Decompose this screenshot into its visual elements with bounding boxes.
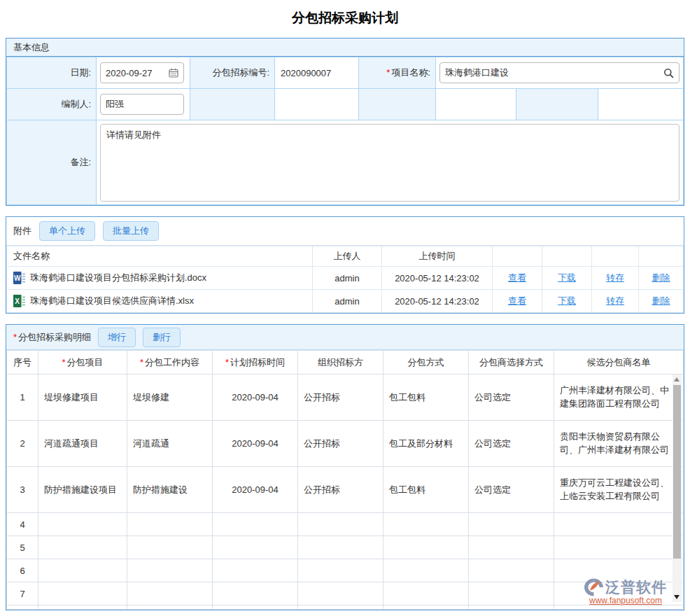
download-link[interactable]: 下载 [542, 272, 591, 284]
project-header: *分包项目 [38, 351, 127, 374]
plan-time-cell[interactable] [213, 559, 298, 582]
work-content-cell[interactable] [127, 582, 213, 606]
organizer-cell[interactable]: 公开招标 [298, 467, 383, 513]
candidates-cell[interactable]: 重庆万可云工程建设公司、上临云安装工程有限公司 [554, 467, 684, 513]
plan-time-cell[interactable]: 2020-09-04 [213, 467, 298, 513]
transfer-link[interactable]: 转存 [592, 272, 638, 284]
author-input-field[interactable] [106, 99, 178, 110]
delete-link[interactable]: 删除 [639, 272, 683, 284]
method-cell[interactable]: 包工及部分材料 [383, 421, 469, 467]
method-cell[interactable] [383, 536, 469, 559]
batch-upload-button[interactable]: 批量上传 [103, 221, 159, 241]
delete-row-button[interactable]: 删行 [143, 328, 181, 347]
detail-header: *分包招标采购明细 增行 删行 [6, 325, 684, 350]
seq-cell: 5 [7, 536, 38, 559]
plan-time-header: *计划招标时间 [213, 351, 298, 374]
single-upload-button[interactable]: 单个上传 [39, 221, 95, 241]
plan-time-cell[interactable]: 2020-09-04 [213, 374, 298, 421]
work-content-cell[interactable] [127, 513, 213, 536]
fanpu-logo-icon [584, 578, 603, 596]
brand-name: 泛普软件 [605, 578, 667, 597]
view-link[interactable]: 查看 [493, 295, 542, 307]
remark-label: 备注: [7, 120, 97, 205]
candidates-cell[interactable] [554, 536, 684, 559]
select-method-cell[interactable] [469, 559, 554, 582]
candidates-cell[interactable]: 贵阳丰沃物资贸易有限公司、广州丰泽建材有限公司 [554, 421, 684, 467]
work-content-cell[interactable]: 堤坝修建 [127, 374, 213, 421]
panel-attachments: 附件 单个上传 批量上传 文件名称 上传人 上传时间 [6, 216, 684, 314]
work-content-header: *分包工作内容 [127, 351, 213, 374]
required-asterisk: * [386, 67, 390, 78]
project-cell[interactable]: 河道疏通项目 [38, 421, 127, 467]
transfer-link[interactable]: 转存 [592, 295, 638, 307]
brand-url[interactable]: www.fanpusoft.com [589, 596, 662, 606]
organizer-cell[interactable]: 公开招标 [298, 421, 383, 467]
action-header [542, 246, 592, 267]
date-input[interactable] [100, 62, 184, 83]
scroll-up-arrow-icon[interactable] [674, 377, 680, 382]
upload-time-header: 上传时间 [382, 246, 493, 267]
method-cell[interactable] [383, 559, 469, 582]
method-header: 分包方式 [383, 351, 469, 374]
project-name-input[interactable] [439, 62, 680, 83]
file-name: 珠海鹤港口建设项目候选供应商详情.xlsx [30, 295, 194, 307]
author-input[interactable] [100, 94, 184, 115]
method-cell[interactable] [383, 582, 469, 606]
organizer-cell[interactable] [298, 582, 383, 606]
calendar-icon[interactable] [169, 68, 178, 78]
project-cell[interactable]: 防护措施建设项目 [38, 467, 127, 513]
method-cell[interactable] [383, 513, 469, 536]
candidates-cell[interactable] [554, 513, 684, 536]
add-row-button[interactable]: 增行 [98, 328, 136, 347]
project-cell[interactable]: 堤坝修建项目 [38, 374, 127, 421]
work-content-cell[interactable] [127, 559, 213, 582]
select-method-cell[interactable]: 公司选定 [469, 467, 554, 513]
plan-time-cell[interactable]: 2020-09-04 [213, 421, 298, 467]
detail-row: 4 [7, 513, 684, 536]
download-link[interactable]: 下载 [542, 295, 591, 307]
uploader: admin [313, 290, 382, 313]
method-cell[interactable]: 包工包料 [383, 374, 469, 421]
search-icon[interactable] [663, 68, 674, 78]
work-content-cell[interactable]: 防护措施建设 [127, 467, 213, 513]
select-method-cell[interactable] [469, 582, 554, 606]
project-cell[interactable] [38, 582, 127, 606]
select-method-cell[interactable]: 公司选定 [469, 374, 554, 421]
plan-time-cell[interactable] [213, 536, 298, 559]
action-header [639, 246, 684, 267]
remark-textarea[interactable]: 详情请见附件 [100, 124, 680, 202]
date-input-field[interactable] [106, 68, 169, 78]
project-cell[interactable] [38, 513, 127, 536]
organizer-cell[interactable] [298, 536, 383, 559]
method-cell[interactable]: 包工包料 [383, 467, 469, 513]
detail-table: 序号 *分包项目 *分包工作内容 *计划招标时间 组织招标方 分包方式 分包商选… [6, 350, 684, 610]
panel-detail: *分包招标采购明细 增行 删行 序号 *分包项目 *分包工作内容 *计划招标时间… [6, 324, 684, 610]
bid-no-label: 分包招标编号: [190, 57, 275, 89]
project-name-input-field[interactable] [445, 68, 663, 78]
view-link[interactable]: 查看 [493, 272, 542, 284]
plan-time-cell[interactable] [213, 582, 298, 606]
seq-cell: 2 [7, 421, 38, 467]
organizer-cell[interactable] [298, 513, 383, 536]
scroll-down-arrow-icon[interactable] [674, 595, 680, 599]
select-method-cell[interactable]: 公司选定 [469, 421, 554, 467]
upload-time: 2020-05-12 14:23:02 [382, 290, 493, 313]
candidates-cell[interactable]: 广州丰泽建材有限公司、中建集团路面工程有限公司 [554, 374, 684, 421]
date-cell [97, 57, 190, 89]
work-content-cell[interactable] [127, 536, 213, 559]
delete-link[interactable]: 删除 [639, 295, 683, 307]
empty-value-cell [275, 89, 359, 120]
work-content-cell[interactable]: 河道疏通 [127, 421, 213, 467]
author-cell [97, 89, 190, 120]
vertical-scrollbar[interactable] [673, 374, 682, 602]
project-cell[interactable] [38, 536, 127, 559]
select-method-cell[interactable] [469, 536, 554, 559]
organizer-cell[interactable]: 公开招标 [298, 374, 383, 421]
select-method-cell[interactable] [469, 513, 554, 536]
organizer-cell[interactable] [298, 559, 383, 582]
scrollbar-thumb[interactable] [673, 385, 681, 559]
project-cell[interactable] [38, 559, 127, 582]
date-label: 日期: [7, 57, 97, 89]
file-name: 珠海鹤港口建设项目分包招标采购计划.docx [30, 272, 206, 284]
plan-time-cell[interactable] [213, 513, 298, 536]
